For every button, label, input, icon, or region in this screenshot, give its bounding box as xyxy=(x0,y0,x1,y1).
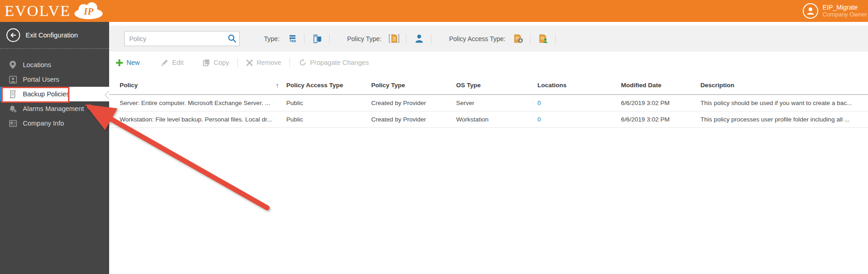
portal-user-icon xyxy=(8,76,17,84)
sidebar-divider xyxy=(0,48,109,49)
new-button[interactable]: New xyxy=(116,59,140,66)
column-header-policy-access-type[interactable]: Policy Access Type xyxy=(286,82,371,89)
table-row[interactable]: Workstation: File level backup. Personal… xyxy=(109,111,868,128)
exit-configuration-label: Exit Configuration xyxy=(26,32,78,39)
filter-separator xyxy=(555,34,556,44)
filter-bar: Type: Policy Type: xyxy=(109,26,868,52)
column-header-locations[interactable]: Locations xyxy=(537,82,621,89)
sidebar-item-backup-policies[interactable]: Backup Policies xyxy=(0,87,109,101)
cell-os-type: Workstation xyxy=(456,116,537,123)
type-filter-label: Type: xyxy=(264,35,279,42)
sidebar-item-alarms-management[interactable]: Alarms Management xyxy=(0,101,109,116)
filter-separator xyxy=(406,34,406,44)
copy-button-label: Copy xyxy=(214,59,229,66)
main-content: Type: Policy Type: xyxy=(109,22,868,274)
cell-modified-date: 6/6/2019 3:02 PM xyxy=(621,116,700,123)
user-policy-filter-icon[interactable] xyxy=(413,33,426,45)
evolve-ip-logo: EVOLVE IP xyxy=(5,0,104,22)
user-avatar-icon xyxy=(803,3,818,19)
user-role: Company Owner xyxy=(822,11,867,18)
filter-separator xyxy=(304,34,305,44)
edit-button-label: Edit xyxy=(172,59,184,66)
remove-button-label: Remove xyxy=(257,59,281,66)
remove-button[interactable]: Remove xyxy=(246,59,281,66)
edit-button[interactable]: Edit xyxy=(161,59,184,66)
sidebar-item-label: Locations xyxy=(23,61,51,68)
column-header-os-type[interactable]: OS Type xyxy=(456,82,537,89)
policy-type-filter-label: Policy Type: xyxy=(347,35,381,42)
copy-icon xyxy=(203,59,210,66)
cell-os-type: Server xyxy=(456,100,537,106)
toolbar-separator xyxy=(289,58,290,67)
sort-ascending-icon[interactable]: ↑ xyxy=(276,81,279,89)
top-header-bar: EVOLVE IP EIP_Migr xyxy=(0,0,868,22)
sidebar-item-label: Portal Users xyxy=(23,76,59,83)
user-name: EIP_Migrate xyxy=(822,4,867,11)
pencil-icon xyxy=(161,59,168,66)
sidebar-item-label: Alarms Management xyxy=(23,105,84,112)
cell-policy: Server: Entire computer. Microsoft Excha… xyxy=(120,100,286,106)
backup-scroll-icon xyxy=(8,90,17,98)
filter-separator xyxy=(431,34,431,44)
table-header: Policy ↑ Policy Access Type Policy Type … xyxy=(109,76,868,95)
cell-policy-access-type: Public xyxy=(286,100,371,106)
filter-separator xyxy=(530,34,531,44)
actions-toolbar: New Edit Copy Remove xyxy=(109,52,868,74)
toolbar-separator xyxy=(237,58,238,67)
public-access-filter-icon[interactable] xyxy=(512,33,525,45)
plus-icon xyxy=(116,59,123,66)
locations-count-link[interactable]: 0 xyxy=(537,116,541,123)
server-type-filter-icon[interactable] xyxy=(286,33,299,45)
cell-policy-access-type: Public xyxy=(286,116,371,123)
column-header-policy-type[interactable]: Policy Type xyxy=(371,82,456,89)
alarm-bell-gear-icon xyxy=(8,105,17,113)
sidebar-item-locations[interactable]: Locations xyxy=(0,58,109,72)
column-header-description[interactable]: Description xyxy=(700,82,868,89)
table-row[interactable]: Server: Entire computer. Microsoft Excha… xyxy=(109,95,868,111)
column-header-policy[interactable]: Policy ↑ xyxy=(120,81,286,89)
private-access-filter-icon[interactable] xyxy=(537,33,550,45)
copy-button[interactable]: Copy xyxy=(203,59,229,66)
app-window: EVOLVE IP EIP_Migr xyxy=(0,0,868,274)
sidebar-item-portal-users[interactable]: Portal Users xyxy=(0,72,109,87)
column-header-modified-date[interactable]: Modified Date xyxy=(621,82,700,89)
sidebar-item-label: Backup Policies xyxy=(23,90,69,98)
svg-text:IP: IP xyxy=(83,6,93,17)
sidebar-item-label: Company Info xyxy=(23,120,64,127)
propagate-changes-button[interactable]: Propagate Changes xyxy=(299,59,369,66)
company-card-icon xyxy=(8,120,17,127)
column-header-label: Policy xyxy=(120,82,138,89)
user-account-chip[interactable]: EIP_Migrate Company Owner xyxy=(803,3,867,19)
sidebar-item-company-info[interactable]: Company Info xyxy=(0,116,109,131)
policy-access-type-filter-label: Policy Access Type: xyxy=(449,35,505,42)
new-button-label: New xyxy=(126,59,140,66)
cell-policy-type: Created by Provider xyxy=(371,100,456,106)
workstation-type-filter-icon[interactable] xyxy=(311,33,324,45)
cell-policy-type: Created by Provider xyxy=(371,116,456,123)
logo-brand-text: EVOLVE xyxy=(5,0,71,22)
propagate-changes-label: Propagate Changes xyxy=(310,59,369,66)
search-input[interactable] xyxy=(124,31,240,46)
refresh-icon xyxy=(299,59,306,66)
locations-count-link[interactable]: 0 xyxy=(537,100,541,106)
cell-description: This policy should be used if you want t… xyxy=(700,100,868,106)
sidebar: Exit Configuration Locations xyxy=(0,22,109,274)
sidebar-menu: Locations Portal Users xyxy=(0,58,109,131)
exit-configuration-button[interactable]: Exit Configuration xyxy=(0,22,109,48)
search-icon[interactable] xyxy=(227,34,237,44)
logo-cloud-icon: IP xyxy=(74,2,104,20)
location-pin-icon xyxy=(8,61,17,69)
x-icon xyxy=(246,59,253,66)
cell-description: This policy processes user profile folde… xyxy=(700,116,868,123)
back-arrow-icon xyxy=(6,28,20,42)
cell-modified-date: 6/6/2019 3:02 PM xyxy=(621,100,700,106)
filter-separator xyxy=(329,34,330,44)
provider-policy-filter-icon[interactable] xyxy=(388,33,400,45)
cell-policy: Workstation: File level backup. Personal… xyxy=(120,116,286,123)
